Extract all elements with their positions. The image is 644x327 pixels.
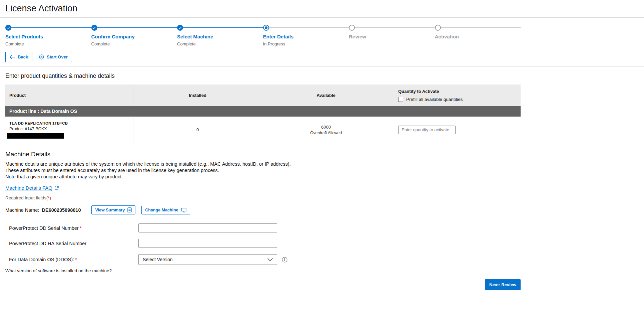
machine-details-description-2: These attributes must be entered accurat… (5, 167, 521, 174)
faq-link-label: Machine Details FAQ (5, 185, 52, 191)
ha-serial-row: PowerProtect DD HA Serial Number (5, 239, 521, 248)
column-header-installed: Installed (133, 85, 262, 106)
info-icon[interactable] (282, 257, 287, 263)
ddos-version-label: For Data Domain OS (DDOS):* (5, 257, 138, 262)
step-review: Review (349, 25, 435, 46)
monitor-icon (181, 208, 186, 212)
machine-name-label: Machine Name: (5, 207, 39, 213)
quantities-section-heading: Enter product quantities & machine detai… (5, 72, 639, 79)
product-number: Product #147-BCKX (9, 127, 47, 131)
required-note-marker: (*) (46, 195, 51, 200)
machine-details-form: PowerProtect DD Serial Number* PowerProt… (5, 223, 521, 273)
machine-details-heading: Machine Details (5, 151, 521, 158)
step-label: Select Products (5, 34, 91, 39)
column-header-quantity: Quantity to Activate Prefill all availab… (390, 85, 521, 106)
machine-details-description-3: Note that a given unique attribute may v… (5, 174, 521, 180)
ddos-version-helper-text: What version of software is installed on… (5, 268, 521, 273)
machine-name-row: Machine Name: DE600235098010 View Summar… (5, 205, 521, 214)
machine-details-description-1: Machine details are unique attributes of… (5, 161, 521, 167)
circle-x-icon (39, 54, 44, 59)
prefill-checkbox[interactable] (398, 97, 403, 102)
view-summary-button-label: View Summary (95, 208, 125, 212)
product-line-group-row: Product line : Data Domain OS (5, 106, 521, 117)
available-cell: 6000 Overdraft Allowed (262, 117, 390, 143)
change-machine-button-label: Change Machine (145, 208, 178, 212)
column-header-available: Available (262, 85, 390, 106)
required-note-text: Required input fields (5, 195, 46, 200)
step-label: Select Machine (177, 34, 263, 39)
step-confirm-company[interactable]: Confirm Company Complete (91, 25, 177, 46)
required-fields-note: Required input fields(*) (5, 195, 521, 200)
machine-name-value: DE600235098010 (42, 207, 81, 213)
back-arrow-icon (10, 55, 15, 59)
step-activation: Activation (435, 25, 521, 46)
ddos-version-selected-value: Select Version (143, 257, 173, 262)
table-row: TLA DD REPLICATION 1TB=CB Product #147-B… (5, 117, 521, 143)
form-footer: Next: Review (5, 279, 521, 290)
page-header: License Activation (0, 0, 644, 18)
prefill-option[interactable]: Prefill all available quantities (398, 97, 463, 102)
document-icon (127, 207, 132, 212)
product-name: TLA DD REPLICATION 1TB=CB (9, 121, 68, 125)
product-cell: TLA DD REPLICATION 1TB=CB Product #147-B… (5, 117, 133, 143)
quantity-cell (390, 117, 521, 143)
step-status: Complete (177, 41, 263, 46)
ddos-version-row: For Data Domain OS (DDOS):* Select Versi… (5, 254, 521, 265)
redacted-text-bar (7, 133, 64, 139)
product-table-header: Product Installed Available Quantity to … (5, 85, 521, 106)
step-status: Complete (5, 41, 91, 46)
ddos-version-label-text: For Data Domain OS (DDOS): (9, 257, 74, 262)
ha-serial-label: PowerProtect DD HA Serial Number (5, 241, 138, 246)
dd-serial-row: PowerProtect DD Serial Number* (5, 223, 521, 232)
quantity-to-activate-input[interactable] (398, 126, 456, 134)
step-select-machine[interactable]: Select Machine Complete (177, 25, 263, 46)
main-panel: Enter product quantities & machine detai… (0, 66, 644, 300)
step-enter-details[interactable]: Enter Details In Progress (263, 25, 349, 46)
step-complete-check-icon (91, 25, 97, 31)
start-over-button-label: Start Over (47, 54, 68, 59)
back-button-label: Back (18, 54, 28, 59)
step-complete-check-icon (5, 25, 11, 31)
step-status: In Progress (263, 41, 349, 46)
step-complete-check-icon (177, 25, 183, 31)
back-button[interactable]: Back (5, 52, 32, 62)
column-header-product: Product (5, 85, 133, 106)
required-asterisk: * (75, 257, 77, 262)
step-status: Complete (91, 41, 177, 46)
installed-cell: 0 (133, 117, 262, 143)
required-asterisk: * (80, 225, 82, 231)
dd-serial-input[interactable] (138, 223, 277, 232)
step-label: Activation (435, 34, 521, 39)
chevron-down-icon (267, 258, 273, 261)
dd-serial-label: PowerProtect DD Serial Number* (5, 225, 138, 231)
external-link-icon (54, 186, 59, 190)
step-current-icon (263, 25, 269, 31)
machine-details-faq-link[interactable]: Machine Details FAQ (5, 185, 59, 191)
product-table: Product Installed Available Quantity to … (5, 85, 521, 143)
toolbar: Back Start Over (5, 52, 639, 62)
ha-serial-input[interactable] (138, 239, 277, 248)
dd-serial-label-text: PowerProtect DD Serial Number (9, 225, 79, 231)
progress-stepper: Select Products Complete Confirm Company… (5, 25, 521, 46)
overdraft-note: Overdraft Allowed (310, 131, 342, 135)
prefill-label: Prefill all available quantities (406, 97, 463, 102)
ddos-version-select[interactable]: Select Version (138, 254, 277, 265)
available-quantity: 6000 (321, 125, 331, 130)
ha-serial-label-text: PowerProtect DD HA Serial Number (9, 241, 86, 246)
machine-details-section: Machine Details Machine details are uniq… (5, 151, 521, 290)
step-label: Enter Details (263, 34, 349, 39)
step-upcoming-icon (435, 25, 441, 31)
page-title: License Activation (5, 3, 639, 14)
view-summary-button[interactable]: View Summary (91, 205, 135, 214)
next-review-button[interactable]: Next: Review (485, 279, 521, 290)
quantity-column-title: Quantity to Activate (398, 89, 439, 94)
step-label: Confirm Company (91, 34, 177, 39)
start-over-button[interactable]: Start Over (35, 52, 72, 62)
change-machine-button[interactable]: Change Machine (141, 206, 190, 214)
step-select-products[interactable]: Select Products Complete (5, 25, 91, 46)
step-upcoming-icon (349, 25, 355, 31)
step-label: Review (349, 34, 435, 39)
